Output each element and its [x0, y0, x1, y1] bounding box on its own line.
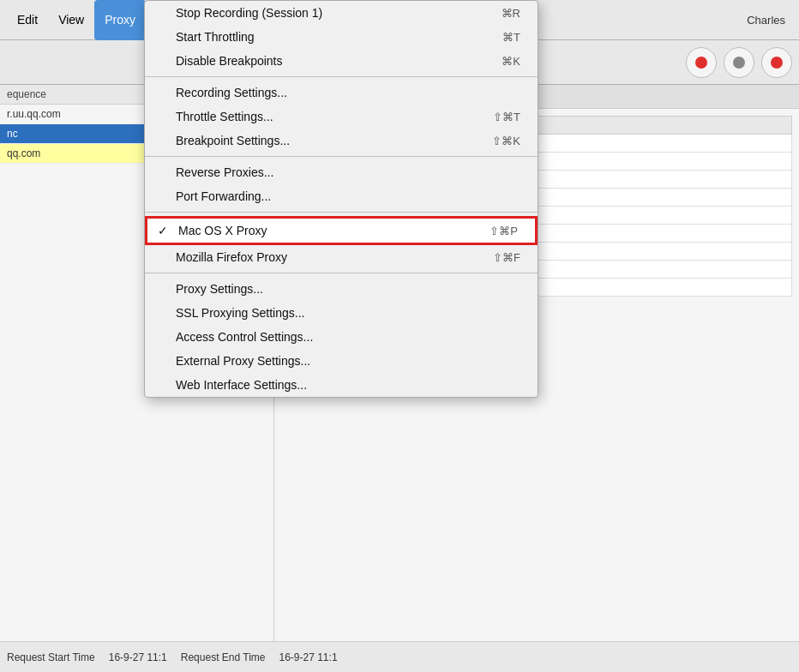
stop-icon: [771, 57, 783, 69]
menu-item-throttle-settings[interactable]: Throttle Settings... ⇧⌘T: [145, 105, 538, 129]
menu-item-proxy-settings[interactable]: Proxy Settings...: [145, 277, 538, 301]
menubar-item-edit[interactable]: Edit: [7, 0, 48, 40]
request-end-value: 16-9-27 11:1: [279, 651, 338, 663]
record-icon: [695, 57, 707, 69]
menu-separator: [145, 156, 538, 157]
menu-item-firefox-proxy[interactable]: Mozilla Firefox Proxy ⇧⌘F: [145, 245, 538, 269]
pause-button[interactable]: [724, 47, 754, 78]
menu-item-label: Mozilla Firefox Proxy: [176, 250, 287, 264]
request-start-label: Request Start Time: [7, 651, 95, 663]
menu-item-ssl-proxying[interactable]: SSL Proxying Settings...: [145, 301, 538, 325]
menubar-item-proxy[interactable]: Proxy: [94, 0, 146, 40]
menu-item-label: Mac OS X Proxy: [178, 224, 267, 237]
record-button[interactable]: [686, 47, 717, 78]
menu-item-label: Access Control Settings...: [176, 330, 313, 344]
menu-item-start-throttling[interactable]: Start Throttling ⌘T: [145, 25, 538, 49]
bottom-bar: Request Start Time 16-9-27 11:1 Request …: [0, 641, 799, 672]
menu-item-shortcut: ⌘T: [502, 31, 520, 44]
menu-item-stop-recording[interactable]: Stop Recording (Session 1) ⌘R: [145, 1, 538, 25]
menu-item-mac-proxy[interactable]: ✓ Mac OS X Proxy ⇧⌘P: [145, 216, 538, 245]
menu-item-shortcut: ⌘K: [502, 55, 520, 68]
menu-item-reverse-proxies[interactable]: Reverse Proxies...: [145, 160, 538, 184]
menu-item-label: Recording Settings...: [176, 86, 287, 99]
menu-item-shortcut: ⇧⌘F: [493, 251, 520, 264]
pause-icon: [733, 57, 745, 69]
menu-item-breakpoint-settings[interactable]: Breakpoint Settings... ⇧⌘K: [145, 129, 538, 153]
proxy-dropdown-menu[interactable]: Stop Recording (Session 1) ⌘R Start Thro…: [144, 0, 538, 398]
menu-item-shortcut: ⇧⌘K: [492, 135, 520, 147]
menu-item-label: Breakpoint Settings...: [176, 134, 290, 147]
menu-item-access-control[interactable]: Access Control Settings...: [145, 325, 538, 349]
menu-item-label: SSL Proxying Settings...: [176, 306, 304, 320]
menubar-item-view[interactable]: View: [48, 0, 94, 40]
menu-item-label: Stop Recording (Session 1): [176, 6, 322, 20]
menu-item-shortcut: ⇧⌘T: [493, 111, 520, 123]
menu-separator: [145, 212, 538, 213]
menu-item-recording-settings[interactable]: Recording Settings...: [145, 81, 538, 105]
menu-item-disable-breakpoints[interactable]: Disable Breakpoints ⌘K: [145, 49, 538, 73]
menu-item-web-interface[interactable]: Web Interface Settings...: [145, 373, 538, 397]
menu-item-label: Disable Breakpoints: [176, 54, 283, 68]
menu-item-label: Proxy Settings...: [176, 282, 263, 296]
menu-item-external-proxy[interactable]: External Proxy Settings...: [145, 349, 538, 373]
stop-button[interactable]: [761, 47, 792, 78]
menu-separator: [145, 76, 538, 77]
request-start-value: 16-9-27 11:1: [109, 651, 167, 663]
menu-item-label: Web Interface Settings...: [176, 378, 307, 392]
menu-item-label: External Proxy Settings...: [176, 354, 310, 368]
menu-item-label: Start Throttling: [176, 30, 255, 44]
menu-separator: [145, 273, 538, 273]
request-end-label: Request End Time: [181, 651, 266, 663]
checkmark-icon: ✓: [158, 224, 168, 237]
menu-item-label: Port Forwarding...: [176, 189, 271, 203]
menu-item-shortcut: ⇧⌘P: [490, 225, 518, 237]
menu-item-label: Throttle Settings...: [176, 110, 273, 123]
menu-item-shortcut: ⌘R: [502, 7, 520, 20]
menu-item-label: Reverse Proxies...: [176, 165, 273, 179]
app-title: Charles: [747, 14, 792, 27]
menu-item-port-forwarding[interactable]: Port Forwarding...: [145, 184, 538, 208]
